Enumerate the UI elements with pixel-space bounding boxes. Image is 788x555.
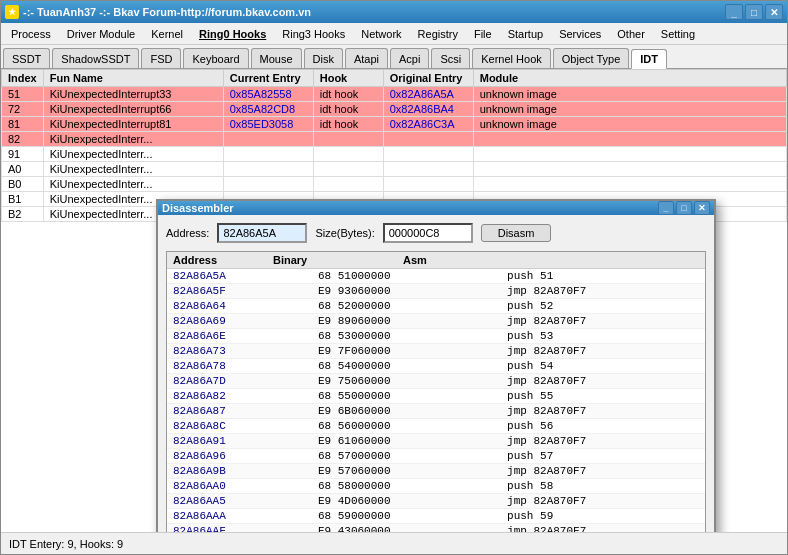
disasm-cell-asm: jmp 82A870F7 — [501, 374, 705, 389]
disasm-cell-addr: 82A86A9B — [167, 464, 312, 479]
disasm-row[interactable]: 82A86A8268 55000000push 55 — [167, 389, 705, 404]
tab-mouse[interactable]: Mouse — [251, 48, 302, 68]
menu-file[interactable]: File — [466, 23, 500, 44]
menu-startup[interactable]: Startup — [500, 23, 551, 44]
disasm-row[interactable]: 82A86A69E9 89060000jmp 82A870F7 — [167, 314, 705, 329]
menu-kernel[interactable]: Kernel — [143, 23, 191, 44]
disasm-cell-asm: push 58 — [501, 479, 705, 494]
disasm-row[interactable]: 82A86AA068 58000000push 58 — [167, 479, 705, 494]
disasm-cell-binary: E9 93060000 — [312, 284, 501, 299]
app-icon: ★ — [5, 5, 19, 19]
disasm-button[interactable]: Disasm — [481, 224, 552, 242]
disasm-col-address: Address — [167, 252, 267, 269]
disasm-row[interactable]: 82A86A8C68 56000000push 56 — [167, 419, 705, 434]
disasm-cell-asm: push 57 — [501, 449, 705, 464]
disasm-container: Address Binary Asm 82A86A5A68 51000000p — [166, 251, 706, 532]
dialog-body: Address: Size(Bytes): Disasm Address — [158, 215, 714, 532]
address-input[interactable] — [217, 223, 307, 243]
disasm-cell-binary: 68 59000000 — [312, 509, 501, 524]
disasm-cell-addr: 82A86AA0 — [167, 479, 312, 494]
disasm-cell-addr: 82A86A8C — [167, 419, 312, 434]
tabs-row-1: SSDT ShadowSSDT FSD Keyboard Mouse Disk … — [1, 45, 787, 69]
disasm-row[interactable]: 82A86A5FE9 93060000jmp 82A870F7 — [167, 284, 705, 299]
disasm-cell-addr: 82A86A5F — [167, 284, 312, 299]
disasm-cell-asm: jmp 82A870F7 — [501, 404, 705, 419]
disasm-cell-binary: E9 61060000 — [312, 434, 501, 449]
disasm-cell-addr: 82A86A7D — [167, 374, 312, 389]
tab-shadowssdt[interactable]: ShadowSSDT — [52, 48, 139, 68]
menu-process[interactable]: Process — [3, 23, 59, 44]
disasm-row[interactable]: 82A86A9668 57000000push 57 — [167, 449, 705, 464]
disasm-cell-binary: 68 55000000 — [312, 389, 501, 404]
dialog-overlay: Disassembler _ □ ✕ Address: Size(Bytes): — [1, 69, 787, 532]
disasm-row[interactable]: 82A86A7868 54000000push 54 — [167, 359, 705, 374]
disasm-row[interactable]: 82A86AA5E9 4D060000jmp 82A870F7 — [167, 494, 705, 509]
main-window: ★ -:- TuanAnh37 -:- Bkav Forum-http://fo… — [0, 0, 788, 555]
disasm-cell-addr: 82A86A96 — [167, 449, 312, 464]
status-text: IDT Entery: 9, Hooks: 9 — [9, 538, 123, 550]
disassembler-dialog: Disassembler _ □ ✕ Address: Size(Bytes): — [156, 199, 716, 532]
menu-ring3hooks[interactable]: Ring3 Hooks — [274, 23, 353, 44]
disasm-cell-binary: 68 51000000 — [312, 269, 501, 284]
disasm-row[interactable]: 82A86A87E9 6B060000jmp 82A870F7 — [167, 404, 705, 419]
tab-disk[interactable]: Disk — [304, 48, 343, 68]
disasm-cell-asm: jmp 82A870F7 — [501, 314, 705, 329]
dialog-minimize-button[interactable]: _ — [658, 201, 674, 215]
disasm-cell-addr: 82A86AAA — [167, 509, 312, 524]
disasm-row[interactable]: 82A86AAA68 59000000push 59 — [167, 509, 705, 524]
disasm-cell-binary: E9 6B060000 — [312, 404, 501, 419]
disasm-cell-asm: push 52 — [501, 299, 705, 314]
close-button[interactable]: ✕ — [765, 4, 783, 20]
disasm-cell-binary: E9 89060000 — [312, 314, 501, 329]
disasm-row[interactable]: 82A86A91E9 61060000jmp 82A870F7 — [167, 434, 705, 449]
tab-objecttype[interactable]: Object Type — [553, 48, 630, 68]
disasm-col-scroll — [691, 252, 705, 269]
disasm-scroll-area[interactable]: 82A86A5A68 51000000push 5182A86A5FE9 930… — [167, 269, 705, 532]
menu-registry[interactable]: Registry — [410, 23, 466, 44]
disasm-row[interactable]: 82A86A6468 52000000push 52 — [167, 299, 705, 314]
disasm-row[interactable]: 82A86A73E9 7F060000jmp 82A870F7 — [167, 344, 705, 359]
dialog-close-button[interactable]: ✕ — [694, 201, 710, 215]
tab-fsd[interactable]: FSD — [141, 48, 181, 68]
disasm-cell-addr: 82A86A82 — [167, 389, 312, 404]
disasm-row[interactable]: 82A86A7DE9 75060000jmp 82A870F7 — [167, 374, 705, 389]
dialog-title-bar: Disassembler _ □ ✕ — [158, 201, 714, 215]
disasm-col-asm: Asm — [397, 252, 691, 269]
menu-network[interactable]: Network — [353, 23, 409, 44]
tab-kernelhook[interactable]: Kernel Hook — [472, 48, 551, 68]
menu-setting[interactable]: Setting — [653, 23, 703, 44]
dialog-maximize-button[interactable]: □ — [676, 201, 692, 215]
disasm-col-binary: Binary — [267, 252, 397, 269]
menu-bar: Process Driver Module Kernel Ring0 Hooks… — [1, 23, 787, 45]
disasm-row[interactable]: 82A86A5A68 51000000push 51 — [167, 269, 705, 284]
dialog-title: Disassembler — [162, 202, 234, 214]
tab-atapi[interactable]: Atapi — [345, 48, 388, 68]
disasm-cell-addr: 82A86A6E — [167, 329, 312, 344]
disasm-row[interactable]: 82A86A9BE9 57060000jmp 82A870F7 — [167, 464, 705, 479]
disasm-table: Address Binary Asm — [167, 252, 705, 269]
disasm-cell-asm: push 54 — [501, 359, 705, 374]
disasm-row[interactable]: 82A86A6E68 53000000push 53 — [167, 329, 705, 344]
disasm-cell-binary: E9 4D060000 — [312, 494, 501, 509]
disasm-cell-binary: 68 53000000 — [312, 329, 501, 344]
tab-idt[interactable]: IDT — [631, 49, 667, 69]
minimize-button[interactable]: _ — [725, 4, 743, 20]
disasm-cell-binary: 68 52000000 — [312, 299, 501, 314]
menu-other[interactable]: Other — [609, 23, 653, 44]
disasm-cell-asm: jmp 82A870F7 — [501, 284, 705, 299]
maximize-button[interactable]: □ — [745, 4, 763, 20]
tab-ssdt[interactable]: SSDT — [3, 48, 50, 68]
disasm-cell-asm: jmp 82A870F7 — [501, 524, 705, 533]
disasm-cell-asm: push 53 — [501, 329, 705, 344]
menu-ring0hooks[interactable]: Ring0 Hooks — [191, 23, 274, 44]
tab-acpi[interactable]: Acpi — [390, 48, 429, 68]
disasm-cell-addr: 82A86A73 — [167, 344, 312, 359]
disasm-cell-binary: E9 43060000 — [312, 524, 501, 533]
size-input[interactable] — [383, 223, 473, 243]
disasm-row[interactable]: 82A86AAFE9 43060000jmp 82A870F7 — [167, 524, 705, 533]
disasm-cell-addr: 82A86A5A — [167, 269, 312, 284]
tab-scsi[interactable]: Scsi — [431, 48, 470, 68]
menu-driver-module[interactable]: Driver Module — [59, 23, 143, 44]
menu-services[interactable]: Services — [551, 23, 609, 44]
tab-keyboard[interactable]: Keyboard — [183, 48, 248, 68]
